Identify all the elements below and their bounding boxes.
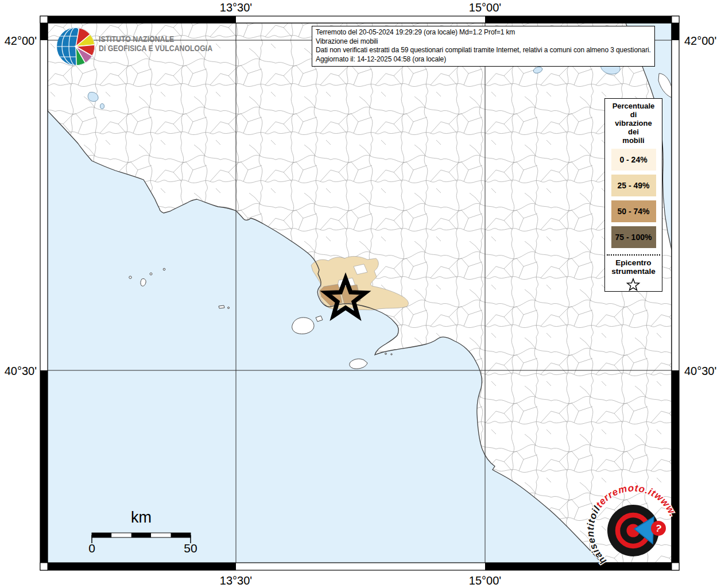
legend-box: Percentuale di vibrazione dei mobili 0 -… [604, 98, 662, 292]
ingv-logo-text: ISTITUTO NAZIONALE DI GEOFISICA E VULCAN… [99, 34, 212, 53]
islet [163, 268, 165, 270]
lat-label-left-top: 42°00' [1, 34, 37, 48]
frame-corner [40, 563, 48, 570]
event-info-box: Terremoto del 20-05-2024 19:29:29 (ora l… [312, 26, 655, 67]
event-updated-line: Aggiornato il: 14-12-2025 04:58 (ora loc… [316, 55, 651, 64]
scalebar-min: 0 [85, 541, 99, 555]
legend-title-line: Percentuale [605, 102, 662, 110]
island-ischia [292, 318, 314, 334]
legend-swatch-50-74: 50 - 74% [611, 200, 656, 222]
event-title-line: Terremoto del 20-05-2024 19:29:29 (ora l… [316, 28, 651, 37]
legend-epicenter-label: Epicentro strumentale [605, 258, 662, 276]
frame-corner [40, 16, 48, 23]
legend-title: Percentuale di vibrazione dei mobili [605, 102, 662, 145]
lat-label-right-top: 42°00' [684, 34, 721, 48]
legend-title-line: dei [605, 127, 662, 136]
legend-title-line: vibrazione [605, 119, 662, 127]
logo-text-black: haisentitoil [585, 504, 608, 567]
logo-text-red: terremoto.it [594, 482, 658, 509]
earthquake-map-page: 13°30' 15°00' 13°30' 15°00' 42°00' 40°30… [0, 0, 721, 588]
lon-label-bottom-right: 15°00' [456, 574, 514, 587]
legend-swatch-25-49: 25 - 49% [611, 175, 656, 196]
ingv-name-line2: DI GEOFISICA E VULCANOLOGIA [99, 44, 212, 53]
island-palmarola [129, 276, 131, 278]
legend-epicenter-line: strumentale [605, 267, 662, 276]
lat-label-right-bottom: 40°30' [684, 365, 721, 378]
legend-swatch-0-24: 0 - 24% [611, 149, 656, 171]
island-santo-stefano [228, 307, 230, 309]
legend-swatch-75-100: 75 - 100% [611, 226, 656, 248]
island-zannone [150, 273, 152, 275]
legend-swatch-label: 0 - 24% [619, 155, 647, 164]
legend-title-line: di [605, 110, 662, 119]
islet-li-galli [385, 353, 387, 355]
legend-swatch-label: 50 - 74% [617, 207, 649, 216]
frame-corner [672, 16, 679, 23]
lon-label-top-right: 15°00' [456, 1, 514, 14]
haisentitoilterremoto-logo: ? haisentitoilterremoto.itwww. [582, 479, 691, 588]
island-ventotene [219, 305, 224, 308]
logo-text-www: www. [653, 490, 679, 518]
legend-divider [607, 254, 660, 256]
ingv-logo: ISTITUTO NAZIONALE DI GEOFISICA E VULCAN… [54, 24, 295, 70]
event-data-note-line: Dati non verificati estratti da 59 quest… [316, 46, 651, 55]
legend-star-icon [605, 277, 662, 294]
event-subtitle-line: Vibrazione dei mobili [316, 37, 651, 47]
islet [391, 354, 392, 355]
lat-label-left-bottom: 40°30' [1, 365, 37, 378]
scalebar-unit: km [113, 509, 170, 527]
ingv-globe-icon [54, 24, 98, 70]
legend-epicenter-line: Epicentro [605, 258, 662, 267]
lon-label-bottom-left: 13°30' [207, 574, 265, 587]
ingv-name-line1: ISTITUTO NAZIONALE [99, 34, 212, 44]
legend-title-line: mobili [605, 136, 662, 145]
legend-swatch-label: 75 - 100% [615, 233, 652, 242]
lon-label-top-left: 13°30' [207, 1, 265, 14]
scalebar-max: 50 [182, 541, 199, 555]
legend-swatch-label: 25 - 49% [617, 181, 649, 190]
